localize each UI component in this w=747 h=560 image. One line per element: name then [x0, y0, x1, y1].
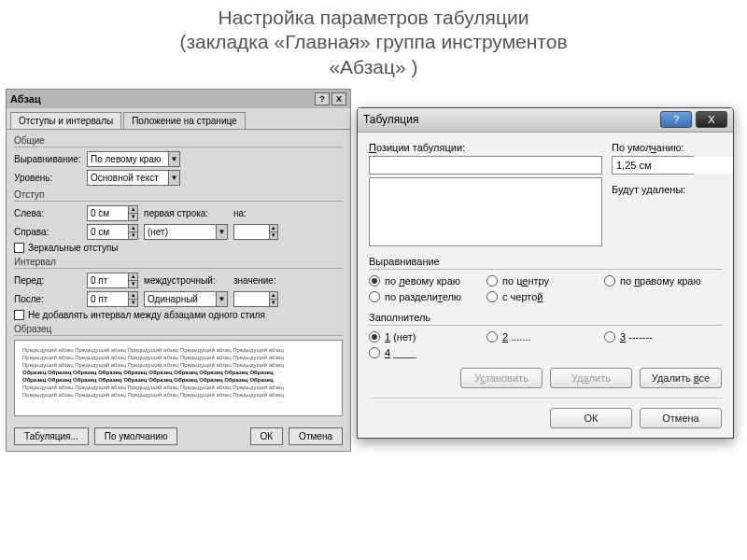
help-button[interactable]: ?: [660, 111, 692, 128]
preview-bold: Образец Образец Образец Образец Образец …: [22, 376, 334, 384]
tab-position-input[interactable]: [369, 156, 602, 175]
clear-all-button[interactable]: Удалить все: [640, 368, 722, 388]
tab-indents-spacing[interactable]: Отступы и интервалы: [10, 112, 121, 129]
first-line-by-value[interactable]: [234, 225, 269, 239]
indent-left-value[interactable]: [88, 206, 128, 220]
align-bar-label: с чертой: [502, 291, 543, 302]
preview-faint: Предыдущий абзац Предыдущий абзац Предыд…: [22, 354, 334, 361]
align-right-radio[interactable]: [604, 275, 615, 287]
tab-positions-label: ППозиции табуляции:озиции табуляции:: [369, 142, 602, 153]
tabs-dialog-title: Табуляция: [363, 113, 418, 126]
line-spacing-at-label: значение:: [233, 275, 280, 286]
align-right-label: по правому краю: [620, 275, 701, 287]
line-spacing-value[interactable]: [145, 292, 216, 306]
slide-title-line3: «Абзац» ): [0, 55, 747, 79]
preview-faint: Предыдущий абзац Предыдущий абзац Предыд…: [22, 346, 334, 354]
chevron-down-icon[interactable]: ▼: [168, 152, 179, 166]
preview-faint: Предыдущий абзац Предыдущий абзац Предыд…: [22, 384, 334, 391]
alignment-value[interactable]: [88, 152, 168, 166]
line-spacing-label: междустрочный:: [144, 275, 228, 286]
leader-dashes-label: 3 -------: [620, 331, 653, 343]
space-before-value[interactable]: [88, 273, 128, 287]
alignment-label: Выравнивание:: [14, 154, 87, 164]
preview-bold: Образец Образец Образец Образец Образец …: [22, 369, 334, 376]
spacing-group: Интервал: [14, 257, 343, 269]
space-after-spin[interactable]: ▲▼: [87, 291, 138, 307]
leader-group: Заполнитель: [369, 312, 722, 326]
leader-dots-label: 2 .......: [502, 331, 531, 343]
cancel-button[interactable]: Отмена: [289, 427, 343, 445]
default-button[interactable]: По умолчанию: [94, 427, 178, 445]
first-line-by-label: на:: [233, 208, 261, 218]
default-tab-value[interactable]: [613, 157, 734, 174]
paragraph-dialog: Абзац ? X Отступы и интервалы Положение …: [6, 89, 351, 452]
slide-title-line1: Настройка параметров табуляции: [0, 6, 747, 30]
align-center-radio[interactable]: [486, 275, 498, 287]
align-left-radio[interactable]: [369, 275, 380, 287]
alignment-combo[interactable]: ▼: [87, 151, 180, 167]
mirror-indents-checkbox[interactable]: [14, 243, 24, 253]
tabs-button[interactable]: Табуляция...: [14, 427, 89, 445]
close-button[interactable]: X: [331, 92, 346, 105]
tabs-dialog: Табуляция ? X ППозиции табуляции:озиции …: [357, 107, 734, 439]
paragraph-dialog-title: Абзац: [10, 93, 41, 105]
general-group: Общие: [14, 135, 343, 147]
line-spacing-at-value[interactable]: [234, 292, 269, 306]
outline-level-label: Уровень:: [14, 173, 87, 183]
first-line-combo[interactable]: ▼: [144, 224, 228, 240]
tab-positions-listbox[interactable]: [369, 177, 602, 246]
indent-right-spin[interactable]: ▲▼: [87, 224, 138, 240]
indent-left-spin[interactable]: ▲▼: [87, 205, 138, 221]
first-line-label: первая строка:: [144, 208, 228, 218]
ok-button[interactable]: ОК: [250, 427, 284, 445]
leader-none-radio[interactable]: [369, 331, 380, 343]
cancel-button[interactable]: Отмена: [640, 408, 722, 428]
first-line-value[interactable]: [145, 225, 216, 239]
space-before-spin[interactable]: ▲▼: [87, 273, 138, 288]
outline-level-value[interactable]: [88, 171, 168, 185]
indent-group: Отступ: [14, 189, 343, 202]
leader-line-radio[interactable]: [369, 347, 380, 358]
default-tab-label: По умолчанию:: [612, 142, 722, 153]
preview-faint: Предыдущий абзац Предыдущий абзац Предыд…: [22, 391, 334, 399]
close-button[interactable]: X: [696, 111, 727, 128]
leader-dashes-radio[interactable]: [604, 331, 615, 343]
align-decimal-radio[interactable]: [369, 291, 380, 302]
slide-title: Настройка параметров табуляции (закладка…: [0, 0, 747, 89]
outline-level-combo[interactable]: ▼: [87, 170, 180, 186]
ok-button[interactable]: ОК: [550, 408, 632, 428]
preview-box: Предыдущий абзац Предыдущий абзац Предыд…: [14, 340, 343, 416]
leader-dots-radio[interactable]: [486, 331, 498, 343]
space-before-label: Перед:: [14, 275, 87, 286]
line-spacing-combo[interactable]: ▼: [144, 291, 228, 307]
indent-right-value[interactable]: [88, 225, 128, 239]
align-bar-radio[interactable]: [486, 291, 498, 302]
dont-add-space-checkbox[interactable]: [14, 310, 24, 320]
space-after-label: После:: [14, 294, 87, 304]
cleared-tabs-label: Будут удалены:: [612, 184, 722, 195]
clear-button[interactable]: Удалить: [550, 368, 632, 388]
chevron-down-icon[interactable]: ▼: [216, 292, 227, 306]
alignment-group: Выравнивание: [369, 256, 722, 270]
preview-faint: Предыдущий абзац Предыдущий абзац Предыд…: [22, 361, 334, 369]
leader-line-label: 4 ____: [385, 347, 416, 358]
first-line-by-spin[interactable]: ▲▼: [233, 224, 278, 240]
slide-title-line2: (закладка «Главная» группа инструментов: [0, 30, 747, 54]
indent-right-label: Справа:: [14, 227, 87, 237]
default-tab-spin[interactable]: ▲▼: [612, 156, 694, 175]
chevron-down-icon[interactable]: ▼: [168, 171, 179, 185]
align-center-label: по центру: [502, 275, 549, 287]
line-spacing-at-spin[interactable]: ▲▼: [233, 291, 278, 307]
preview-group: Образец: [14, 324, 343, 336]
set-button[interactable]: Установить: [460, 368, 543, 388]
leader-none-label: 1 (нет): [385, 331, 416, 343]
chevron-down-icon[interactable]: ▼: [216, 225, 227, 239]
space-after-value[interactable]: [88, 292, 128, 306]
mirror-indents-label: Зеркальные отступы: [28, 243, 119, 253]
help-button[interactable]: ?: [315, 92, 330, 105]
dont-add-space-label: Не добавлять интервал между абзацами одн…: [28, 310, 265, 320]
tab-line-page-breaks[interactable]: Положение на странице: [123, 112, 245, 129]
align-decimal-label: по разделителю: [385, 291, 461, 302]
align-left-label: по левому краю: [385, 275, 460, 287]
indent-left-label: Слева:: [14, 208, 87, 218]
